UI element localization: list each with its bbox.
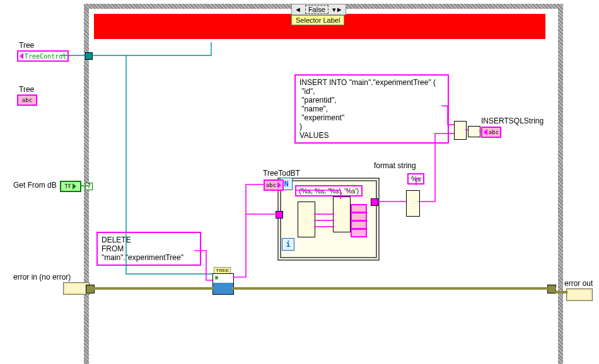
tree-str-terminal[interactable]: abc: [17, 94, 37, 106]
case-tunnel-error-in: [86, 285, 95, 293]
selector-tooltip: Selector Label: [291, 15, 344, 25]
array-to-string-node[interactable]: [406, 190, 420, 217]
tree-ref-label: Tree: [19, 41, 34, 50]
concat-strings-node[interactable]: [454, 121, 467, 140]
error-in-label: error in (no error): [13, 273, 71, 282]
loop-str-out-3: [351, 220, 367, 229]
format-token[interactable]: %s: [407, 173, 424, 185]
insert-sql-string-label: INSERTSQLString: [481, 117, 544, 125]
case-tunnel-ref-in: [85, 52, 93, 60]
loop-tunnel-left: [276, 211, 283, 219]
case-selector-terminal: ?: [85, 183, 93, 190]
case-selector[interactable]: ◄ False ▾ ►: [291, 4, 346, 15]
format-into-string-node[interactable]: [333, 196, 351, 232]
insert-sql-constant[interactable]: INSERT INTO "main"."experimentTree" ( "i…: [294, 74, 449, 144]
insert-sql-string-terminal[interactable]: abc: [481, 127, 501, 138]
indicator-coerce-icon: [468, 126, 480, 137]
loop-str-out-4: [351, 229, 367, 237]
selector-left-icon[interactable]: ◄: [294, 6, 301, 13]
tree-to-dbt-label: TreeTodBT: [263, 169, 300, 178]
loop-str-out-2: [351, 212, 367, 221]
error-out-label: error out: [564, 279, 593, 288]
tree-str-label: Tree: [19, 85, 34, 94]
row-format-constant[interactable]: (%s, %s, '%s', '%s'): [295, 185, 363, 196]
triangle-icon: [73, 183, 76, 190]
format-string-label: format string: [374, 161, 416, 170]
delete-sql-constant[interactable]: DELETE FROM "main"."experimentTree": [96, 232, 201, 266]
index-array-node[interactable]: [298, 202, 315, 237]
triangle-icon: [484, 129, 487, 135]
get-from-db-label: Get From dB: [13, 181, 57, 190]
case-tunnel-error-out: [547, 285, 556, 293]
get-from-db-terminal[interactable]: TF: [60, 181, 81, 192]
loop-str-out-1: [351, 204, 367, 213]
selector-right-icon[interactable]: ►: [336, 6, 343, 13]
error-out-terminal[interactable]: [566, 288, 593, 301]
triangle-icon: [277, 182, 281, 188]
triangle-icon: [20, 53, 23, 59]
loop-tunnel-right: [371, 198, 378, 206]
tree-ref-terminal[interactable]: TreeControl: [17, 50, 69, 62]
tree-subvi[interactable]: ▣: [212, 273, 234, 295]
selector-value: False: [305, 5, 329, 14]
for-loop-i: i: [282, 238, 294, 251]
tree-to-dbt-terminal[interactable]: abc: [264, 179, 284, 191]
